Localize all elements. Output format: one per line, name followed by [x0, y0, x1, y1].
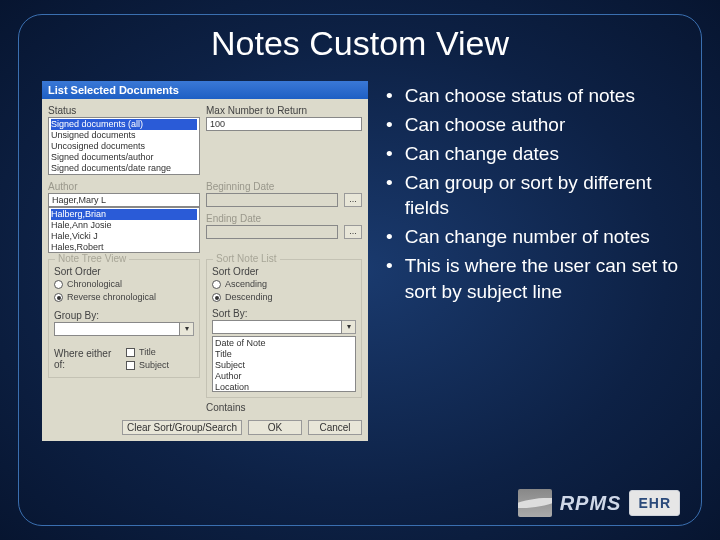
status-item-selected[interactable]: Signed documents (all) — [51, 119, 197, 130]
bullet-text: Can change number of notes — [405, 224, 650, 249]
slide-title: Notes Custom View — [0, 24, 720, 63]
note-tree-view-legend: Note Tree View — [55, 253, 129, 264]
sort-by-item[interactable]: Date of Note — [215, 338, 353, 349]
radio-icon — [212, 280, 221, 289]
end-date-label: Ending Date — [206, 213, 362, 224]
rpms-logo-text: RPMS — [560, 492, 622, 515]
bullet-item: This is where the user can set to sort b… — [386, 253, 690, 303]
group-by-label: Group By: — [54, 310, 194, 321]
status-listbox[interactable]: Signed documents (all) Unsigned document… — [48, 117, 200, 175]
group-by-input[interactable] — [54, 322, 180, 336]
bullet-item: Can group or sort by different fields — [386, 170, 690, 220]
sort-by-item[interactable]: Subject — [215, 360, 353, 371]
checkbox-title[interactable]: Title — [126, 346, 169, 359]
checkbox-label: Subject — [139, 359, 169, 372]
bullet-item: Can choose status of notes — [386, 83, 690, 108]
sort-note-list-group: Sort Note List Sort Order Ascending Desc… — [206, 259, 362, 398]
cancel-button[interactable]: Cancel — [308, 420, 362, 435]
author-item[interactable]: Hale,Vicki J — [51, 231, 197, 242]
status-item[interactable]: Unsigned documents — [51, 130, 197, 141]
bullet-text: Can change dates — [405, 141, 559, 166]
radio-icon — [54, 293, 63, 302]
bullet-item: Can change dates — [386, 141, 690, 166]
checkbox-icon — [126, 361, 135, 370]
radio-label: Ascending — [225, 278, 267, 291]
max-return-input[interactable]: 100 — [206, 117, 362, 131]
sort-order-sublabel: Sort Order — [54, 266, 194, 277]
sort-order-label: Sort Order — [212, 266, 356, 277]
sort-by-label: Sort By: — [212, 308, 356, 319]
end-date-picker-button[interactable]: ... — [344, 225, 362, 239]
radio-descending[interactable]: Descending — [212, 291, 356, 304]
where-either-label: Where either of: — [54, 348, 120, 370]
sort-by-listbox[interactable]: Date of Note Title Subject Author Locati… — [212, 336, 356, 392]
bullet-text: Can choose status of notes — [405, 83, 635, 108]
radio-icon — [212, 293, 221, 302]
author-label: Author — [48, 181, 200, 192]
radio-label: Reverse chronological — [67, 291, 156, 304]
radio-icon — [54, 280, 63, 289]
sort-note-list-legend: Sort Note List — [213, 253, 280, 264]
sort-by-item[interactable]: Location — [215, 382, 353, 392]
radio-reverse-chronological[interactable]: Reverse chronological — [54, 291, 194, 304]
status-label: Status — [48, 105, 200, 116]
sort-by-item[interactable]: Author — [215, 371, 353, 382]
status-item[interactable]: Signed documents/date range — [51, 163, 197, 174]
contains-label: Contains — [206, 402, 362, 413]
end-date-input[interactable] — [206, 225, 338, 239]
begin-date-label: Beginning Date — [206, 181, 362, 192]
logo-area: RPMS EHR — [518, 488, 680, 518]
status-item[interactable]: Uncosigned documents — [51, 141, 197, 152]
bullet-text: Can choose author — [405, 112, 566, 137]
author-item[interactable]: Hale,Ann Josie — [51, 220, 197, 231]
sort-by-item[interactable]: Title — [215, 349, 353, 360]
author-input[interactable]: Hager,Mary L — [48, 193, 200, 207]
ehr-badge: EHR — [629, 490, 680, 516]
begin-date-input[interactable] — [206, 193, 338, 207]
chevron-down-icon[interactable]: ▾ — [180, 322, 194, 336]
status-item[interactable]: Signed documents/author — [51, 152, 197, 163]
bullet-text: Can group or sort by different fields — [405, 170, 690, 220]
begin-date-picker-button[interactable]: ... — [344, 193, 362, 207]
group-by-combo[interactable]: ▾ — [54, 322, 194, 336]
slide-content: List Selected Documents Status Signed do… — [0, 63, 720, 441]
chevron-down-icon[interactable]: ▾ — [342, 320, 356, 334]
max-return-label: Max Number to Return — [206, 105, 362, 116]
sort-by-combo[interactable]: ▾ — [212, 320, 356, 334]
radio-label: Descending — [225, 291, 273, 304]
author-item-selected[interactable]: Halberg,Brian — [51, 209, 197, 220]
checkbox-label: Title — [139, 346, 156, 359]
bullet-item: Can choose author — [386, 112, 690, 137]
bullet-text: This is where the user can set to sort b… — [405, 253, 690, 303]
sort-by-input[interactable] — [212, 320, 342, 334]
checkbox-subject[interactable]: Subject — [126, 359, 169, 372]
ok-button[interactable]: OK — [248, 420, 302, 435]
radio-chronological[interactable]: Chronological — [54, 278, 194, 291]
note-tree-view-group: Note Tree View Sort Order Chronological … — [48, 259, 200, 378]
dialog-window: List Selected Documents Status Signed do… — [42, 81, 368, 441]
bullet-list: Can choose status of notes Can choose au… — [386, 81, 690, 308]
radio-ascending[interactable]: Ascending — [212, 278, 356, 291]
bullet-item: Can change number of notes — [386, 224, 690, 249]
checkbox-icon — [126, 348, 135, 357]
author-item[interactable]: Hales,Robert — [51, 242, 197, 253]
clear-button[interactable]: Clear Sort/Group/Search — [122, 420, 242, 435]
dialog-titlebar: List Selected Documents — [42, 81, 368, 99]
author-listbox[interactable]: Halberg,Brian Hale,Ann Josie Hale,Vicki … — [48, 207, 200, 253]
radio-label: Chronological — [67, 278, 122, 291]
rpms-wave-icon — [518, 489, 552, 517]
